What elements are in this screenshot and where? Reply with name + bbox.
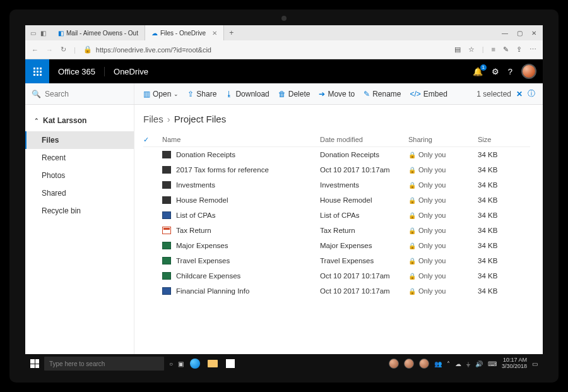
reading-view-icon[interactable]: ▤	[454, 45, 461, 54]
user-avatar[interactable]	[521, 64, 536, 79]
file-modified: Investments	[320, 181, 408, 189]
refresh-icon[interactable]: ↻	[61, 45, 66, 54]
search-box[interactable]: 🔍	[25, 83, 134, 104]
nav-recent[interactable]: Recent	[25, 149, 134, 167]
open-button[interactable]: ▥Open ⌄	[143, 90, 179, 98]
url-field[interactable]: 🔒 https://onedrive.live.com/?id=root&cid	[83, 45, 447, 54]
file-modified: Oct 10 2017 10:17am	[320, 287, 408, 295]
edge-icon[interactable]	[189, 357, 201, 370]
more-icon[interactable]: ⋯	[530, 45, 536, 54]
close-window-icon[interactable]: ✕	[531, 30, 536, 37]
people-avatar-1[interactable]	[389, 359, 399, 369]
table-row[interactable]: Major ExpensesMajor Expenses🔒Only you34 …	[143, 238, 530, 253]
tray-chevron-icon[interactable]: ˄	[447, 360, 450, 367]
notes-icon[interactable]: ✎	[503, 45, 509, 54]
nav-files[interactable]: Files	[25, 131, 134, 149]
onedrive-tray-icon[interactable]: ☁	[455, 360, 461, 367]
info-pane-icon[interactable]: ⓘ	[528, 88, 535, 99]
col-size[interactable]: Size	[478, 136, 528, 144]
settings-icon[interactable]: ⚙	[492, 67, 499, 76]
table-row[interactable]: 2017 Tax forms for referenceOct 10 2017 …	[143, 162, 530, 177]
tabs-icon[interactable]: ▭	[30, 30, 37, 36]
people-icon[interactable]: 👥	[434, 360, 442, 367]
people-avatar-2[interactable]	[404, 359, 414, 369]
favorite-icon[interactable]: ☆	[468, 45, 475, 54]
notifications-icon[interactable]: 🔔1	[473, 67, 483, 76]
table-row[interactable]: List of CPAsList of CPAs🔒Only you34 KB	[143, 208, 530, 223]
file-size: 34 KB	[478, 242, 528, 249]
table-row[interactable]: Donation ReceiptsDonation Receipts🔒Only …	[143, 147, 530, 162]
keyboard-icon[interactable]: ⌨	[488, 360, 497, 367]
explorer-icon[interactable]	[206, 357, 219, 370]
start-button[interactable]	[30, 359, 39, 368]
close-tab-icon[interactable]: ✕	[212, 30, 217, 37]
file-modified: Travel Expenses	[320, 257, 408, 264]
chevron-up-icon: ⌃	[34, 117, 39, 124]
forward-icon[interactable]: →	[46, 46, 53, 54]
taskview-icon[interactable]: ▣	[178, 360, 184, 367]
nav-shared[interactable]: Shared	[25, 184, 134, 202]
maximize-icon[interactable]: ▢	[517, 30, 523, 37]
table-row[interactable]: Tax ReturnTax Return🔒Only you34 KB	[143, 223, 530, 238]
nav-user[interactable]: ⌃ Kat Larsson	[25, 114, 134, 131]
search-input[interactable]	[45, 90, 127, 98]
people-avatar-3[interactable]	[419, 359, 429, 369]
nav-recyclebin[interactable]: Recycle bin	[25, 202, 134, 220]
delete-button[interactable]: 🗑Delete	[278, 90, 311, 98]
word-app-icon: ▥	[143, 90, 150, 98]
suite-brand[interactable]: Office 365	[49, 67, 105, 76]
share-button[interactable]: ⇪Share	[187, 90, 216, 98]
taskbar-clock[interactable]: 10:17 AM 3/30/2018	[502, 357, 527, 370]
download-button[interactable]: ⭳Download	[225, 90, 269, 98]
tab-label: Files - OneDrive	[160, 30, 206, 37]
col-name[interactable]: Name	[162, 136, 320, 144]
share-page-icon[interactable]: ⇪	[516, 45, 522, 54]
table-row[interactable]: Financial Planning InfoOct 10 2017 10:17…	[143, 283, 530, 299]
tab-onedrive[interactable]: ☁ Files - OneDrive ✕	[145, 25, 224, 40]
lock-icon: 🔒	[408, 242, 416, 249]
volume-icon[interactable]: 🔊	[475, 360, 483, 367]
selection-count: 1 selected	[476, 90, 511, 98]
window-icon[interactable]: ◧	[40, 30, 47, 36]
back-icon[interactable]: ←	[32, 46, 38, 54]
file-modified: Oct 10 2017 10:17am	[320, 166, 408, 174]
store-icon[interactable]	[224, 357, 237, 370]
moveto-button[interactable]: ➔Move to	[319, 90, 355, 98]
new-tab-button[interactable]: +	[224, 28, 239, 37]
table-row[interactable]: Childcare ExpensesOct 10 2017 10:17am🔒On…	[143, 268, 530, 283]
suite-app[interactable]: OneDrive	[105, 67, 157, 76]
file-size: 34 KB	[478, 227, 528, 234]
col-modified[interactable]: Date modified	[320, 136, 408, 144]
help-icon[interactable]: ?	[508, 67, 512, 76]
lock-icon: 🔒	[408, 212, 416, 219]
cortana-icon[interactable]: ○	[169, 360, 173, 367]
lock-icon: 🔒	[83, 45, 92, 54]
table-row[interactable]: InvestmentsInvestments🔒Only you34 KB	[143, 177, 530, 193]
file-name: 2017 Tax forms for reference	[176, 166, 269, 174]
embed-button[interactable]: </>Embed	[410, 90, 447, 98]
action-center-icon[interactable]: ▭	[532, 360, 538, 367]
app-launcher-icon[interactable]	[25, 59, 49, 83]
lock-icon: 🔒	[408, 182, 416, 189]
col-sharing[interactable]: Sharing	[408, 136, 478, 144]
table-row[interactable]: Travel ExpensesTravel Expenses🔒Only you3…	[143, 253, 530, 268]
select-all-check[interactable]: ✓	[143, 136, 149, 143]
file-sharing: Only you	[418, 151, 446, 158]
lock-icon: 🔒	[408, 258, 416, 264]
hub-icon[interactable]: ≡	[492, 45, 495, 54]
taskbar-search[interactable]: Type here to search	[44, 357, 164, 371]
nav-photos[interactable]: Photos	[25, 167, 134, 184]
folder-icon	[162, 196, 171, 204]
pdf-icon	[162, 227, 171, 234]
share-icon: ⇪	[187, 90, 194, 98]
minimize-icon[interactable]: —	[502, 30, 508, 37]
table-row[interactable]: House RemodelHouse Remodel🔒Only you34 KB	[143, 193, 530, 208]
breadcrumb-root[interactable]: Files	[143, 114, 163, 124]
network-icon[interactable]: ⏚	[466, 360, 470, 367]
folder-icon	[162, 181, 171, 189]
excel-icon	[162, 242, 171, 249]
clear-selection-icon[interactable]: ✕	[516, 90, 523, 98]
file-size: 34 KB	[478, 272, 528, 280]
rename-button[interactable]: ✎Rename	[364, 90, 401, 98]
tab-mail[interactable]: ◧ Mail - Aimee Owens - Out	[52, 25, 145, 40]
